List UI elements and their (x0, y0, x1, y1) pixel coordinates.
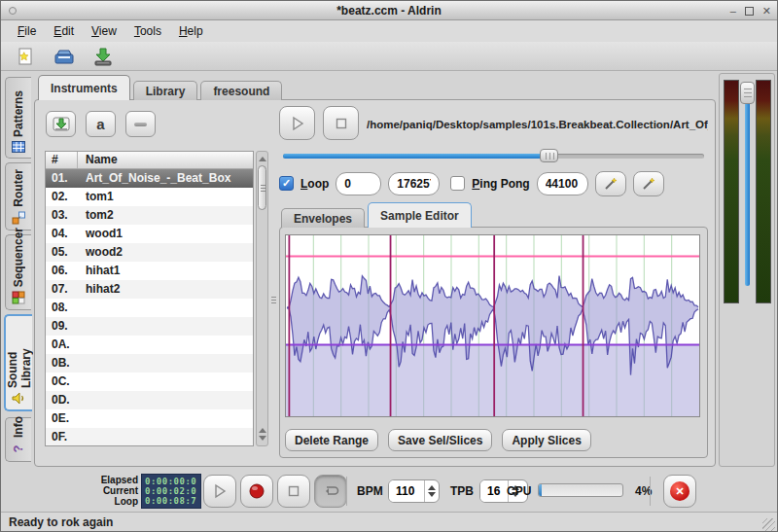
spin-down-icon[interactable] (428, 492, 436, 497)
sound-library-panel: Instruments Library freesound a (34, 75, 716, 467)
save-file-button[interactable] (90, 45, 116, 68)
close-icon[interactable]: ✕ (762, 3, 771, 18)
minus-icon (134, 123, 147, 126)
tpb-input[interactable] (480, 480, 508, 502)
bpm-input[interactable] (389, 480, 424, 502)
delete-range-button[interactable]: Delete Range (285, 429, 378, 451)
loop-toggle-button[interactable] (314, 475, 347, 508)
volume-slider-thumb[interactable] (740, 82, 755, 104)
instrument-row[interactable]: 04.wood1 (46, 225, 253, 243)
play-button[interactable] (203, 475, 236, 508)
menu-edit[interactable]: Edit (45, 21, 83, 41)
sample-position-slider[interactable] (283, 149, 704, 162)
instrument-toolbar: a (46, 111, 156, 137)
slider-fill (283, 154, 548, 159)
menu-file[interactable]: File (9, 21, 45, 41)
instrument-row[interactable]: 09. (46, 317, 253, 336)
tab-library[interactable]: Library (133, 81, 198, 100)
tab-envelopes[interactable]: Envelopes (281, 208, 365, 228)
auto-slice-button[interactable] (633, 171, 664, 196)
master-volume-slider[interactable] (740, 82, 755, 288)
save-sel-slices-button[interactable]: Save Sel/Slices (388, 429, 492, 451)
tab-freesound[interactable]: freesound (200, 81, 282, 100)
instrument-row[interactable]: 0B. (46, 354, 253, 372)
sidebar-tab-sequencer[interactable]: Sequencer (5, 234, 31, 310)
column-header-number[interactable]: # (46, 152, 78, 168)
waveform-display[interactable] (285, 234, 700, 417)
auto-loop-button[interactable] (595, 171, 626, 196)
instrument-name (78, 354, 253, 372)
record-icon (248, 482, 265, 500)
tab-instruments[interactable]: Instruments (38, 75, 130, 100)
sequencer-blocks-icon (12, 291, 25, 304)
menu-view[interactable]: View (83, 21, 125, 41)
column-header-name[interactable]: Name (78, 152, 253, 168)
volume-slider-track[interactable] (745, 84, 750, 286)
scrollbar-thumb[interactable] (258, 165, 266, 210)
stop-icon (335, 117, 348, 130)
waveform-canvas[interactable] (286, 235, 699, 416)
tab-label: Sequencer (12, 228, 25, 287)
instrument-row[interactable]: 07.hihat2 (46, 280, 253, 299)
sidebar-tab-patterns[interactable]: Patterns (5, 77, 31, 159)
apply-slices-button[interactable]: Apply Slices (502, 429, 590, 451)
tab-sample-editor[interactable]: Sample Editor (368, 202, 472, 228)
loop-settings-row: ✓ Loop Ping Pong (279, 171, 708, 195)
scroll-up-icon[interactable] (259, 157, 266, 161)
separator (650, 477, 651, 506)
scroll-up-icon[interactable] (259, 428, 266, 433)
scroll-down-icon[interactable] (259, 436, 266, 441)
instrument-row[interactable]: 0C. (46, 372, 253, 391)
panic-button[interactable]: ✕ (663, 475, 696, 508)
instrument-row[interactable]: 08. (46, 299, 253, 317)
loop-start-input[interactable] (336, 172, 381, 195)
instrument-row[interactable]: 02.tom1 (46, 188, 253, 206)
question-mark-icon: ? (11, 445, 25, 453)
minimize-icon[interactable]: – (730, 3, 736, 18)
record-button[interactable] (240, 475, 273, 508)
instrument-number: 0C. (46, 372, 78, 391)
sidebar-tab-sound-library[interactable]: Sound Library (4, 314, 32, 411)
title-bar[interactable]: *beatz.ccm - Aldrin – ✕ (1, 1, 777, 20)
open-file-button[interactable] (52, 45, 77, 68)
new-file-button[interactable] (13, 45, 38, 68)
instrument-row[interactable]: 03.tom2 (46, 206, 253, 225)
bpm-spinner[interactable] (388, 479, 440, 503)
slider-thumb[interactable] (540, 149, 558, 162)
resize-grip-icon[interactable] (762, 518, 775, 531)
instrument-row[interactable]: 0A. (46, 336, 253, 354)
sidebar-tab-router[interactable]: Router (5, 162, 31, 231)
loop-checkbox[interactable]: ✓ (279, 176, 294, 191)
instrument-row[interactable]: 0D. (46, 391, 253, 409)
instrument-table-header[interactable]: # Name (46, 152, 253, 169)
instrument-row[interactable]: 06.hihat1 (46, 262, 253, 280)
load-sample-button[interactable] (46, 111, 76, 137)
instrument-row[interactable]: 0E. (46, 409, 253, 428)
instrument-number: 0F. (46, 428, 78, 446)
spin-up-icon[interactable] (428, 485, 436, 490)
tab-label: Sound Library (6, 321, 33, 388)
preview-stop-button[interactable] (323, 106, 359, 140)
instrument-row[interactable]: 01.Art_Of_Noise_-_Beat_Box (46, 169, 253, 188)
menu-help[interactable]: Help (170, 21, 212, 41)
menu-bar: File Edit View Tools Help (1, 20, 777, 42)
menu-tools[interactable]: Tools (125, 21, 170, 41)
sidebar-tab-info[interactable]: Info ? (5, 417, 31, 462)
rename-instrument-button[interactable]: a (86, 111, 116, 137)
loop-end-input[interactable] (388, 172, 440, 195)
ping-pong-checkbox[interactable] (450, 176, 465, 191)
instrument-number: 0D. (46, 391, 78, 409)
router-plug-icon (12, 211, 25, 225)
stop-button[interactable] (277, 475, 310, 508)
pane-splitter[interactable] (270, 151, 277, 446)
instrument-row[interactable]: 0F. (46, 428, 253, 446)
maximize-icon[interactable] (745, 7, 754, 16)
samplerate-input[interactable] (537, 172, 588, 195)
remove-instrument-button[interactable] (125, 111, 156, 137)
play-icon (212, 483, 228, 499)
instrument-name (78, 428, 253, 446)
instrument-list-scrollbar[interactable] (256, 151, 268, 446)
instrument-number: 03. (46, 206, 78, 225)
preview-play-button[interactable] (279, 106, 315, 140)
instrument-row[interactable]: 05.wood2 (46, 243, 253, 262)
